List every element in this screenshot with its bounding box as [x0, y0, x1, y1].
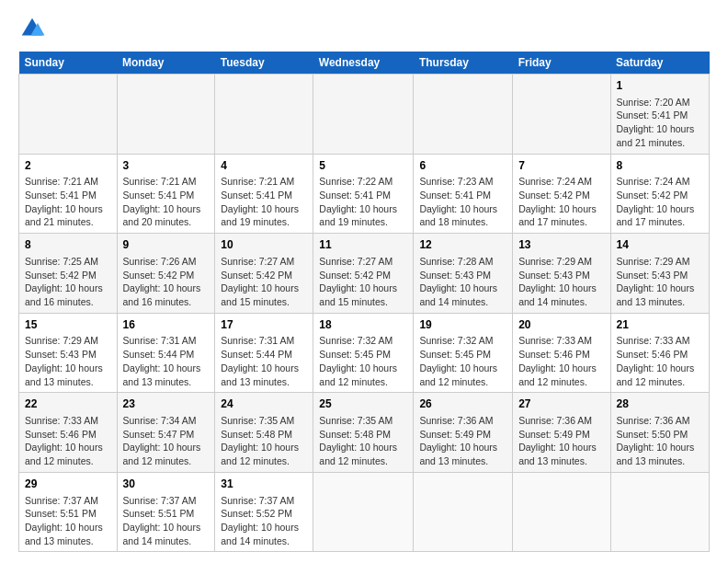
- day-info: Sunrise: 7:20 AM Sunset: 5:41 PM Dayligh…: [617, 96, 703, 150]
- day-info: Sunrise: 7:24 AM Sunset: 5:42 PM Dayligh…: [518, 175, 604, 229]
- day-number: 11: [319, 237, 407, 253]
- week-row: 29Sunrise: 7:37 AM Sunset: 5:51 PM Dayli…: [19, 472, 710, 552]
- day-info: Sunrise: 7:36 AM Sunset: 5:49 PM Dayligh…: [518, 414, 604, 468]
- day-info: Sunrise: 7:34 AM Sunset: 5:47 PM Dayligh…: [123, 414, 210, 468]
- calendar-cell: 31Sunrise: 7:37 AM Sunset: 5:52 PM Dayli…: [215, 472, 313, 552]
- day-number: 26: [419, 396, 506, 412]
- day-info: Sunrise: 7:36 AM Sunset: 5:49 PM Dayligh…: [419, 414, 506, 468]
- day-number: 9: [123, 237, 210, 253]
- col-tuesday: Tuesday: [215, 52, 313, 75]
- week-row: 2Sunrise: 7:21 AM Sunset: 5:41 PM Daylig…: [19, 154, 710, 234]
- day-info: Sunrise: 7:22 AM Sunset: 5:41 PM Dayligh…: [319, 175, 407, 229]
- calendar-cell: [513, 75, 610, 155]
- calendar-cell: 25Sunrise: 7:35 AM Sunset: 5:48 PM Dayli…: [313, 393, 414, 473]
- calendar-cell: 12Sunrise: 7:28 AM Sunset: 5:43 PM Dayli…: [414, 234, 513, 314]
- page: Sunday Monday Tuesday Wednesday Thursday…: [0, 0, 728, 563]
- logo: [18, 15, 48, 42]
- calendar-cell: 6Sunrise: 7:23 AM Sunset: 5:41 PM Daylig…: [414, 154, 513, 234]
- day-number: 15: [25, 317, 111, 333]
- day-info: Sunrise: 7:33 AM Sunset: 5:46 PM Dayligh…: [617, 334, 703, 388]
- day-number: 23: [123, 396, 210, 412]
- calendar-cell: 8Sunrise: 7:24 AM Sunset: 5:42 PM Daylig…: [610, 154, 709, 234]
- day-number: 13: [518, 237, 604, 253]
- day-number: 3: [123, 158, 210, 174]
- day-info: Sunrise: 7:29 AM Sunset: 5:43 PM Dayligh…: [25, 334, 111, 388]
- calendar-cell: 21Sunrise: 7:33 AM Sunset: 5:46 PM Dayli…: [610, 313, 709, 393]
- calendar-cell: [414, 75, 513, 155]
- day-number: 8: [25, 237, 111, 253]
- day-info: Sunrise: 7:37 AM Sunset: 5:51 PM Dayligh…: [25, 494, 111, 548]
- day-info: Sunrise: 7:37 AM Sunset: 5:51 PM Dayligh…: [123, 494, 210, 548]
- day-number: 22: [25, 396, 111, 412]
- day-number: 25: [319, 396, 407, 412]
- col-wednesday: Wednesday: [313, 52, 414, 75]
- calendar-cell: 23Sunrise: 7:34 AM Sunset: 5:47 PM Dayli…: [117, 393, 215, 473]
- day-info: Sunrise: 7:27 AM Sunset: 5:42 PM Dayligh…: [221, 255, 307, 309]
- day-number: 18: [319, 317, 407, 333]
- day-info: Sunrise: 7:27 AM Sunset: 5:42 PM Dayligh…: [319, 255, 407, 309]
- calendar-cell: 3Sunrise: 7:21 AM Sunset: 5:41 PM Daylig…: [117, 154, 215, 234]
- calendar-cell: 18Sunrise: 7:32 AM Sunset: 5:45 PM Dayli…: [313, 313, 414, 393]
- calendar-cell: 17Sunrise: 7:31 AM Sunset: 5:44 PM Dayli…: [215, 313, 313, 393]
- calendar-cell: 7Sunrise: 7:24 AM Sunset: 5:42 PM Daylig…: [513, 154, 610, 234]
- day-info: Sunrise: 7:33 AM Sunset: 5:46 PM Dayligh…: [518, 334, 604, 388]
- day-number: 4: [221, 158, 307, 174]
- col-saturday: Saturday: [610, 52, 709, 75]
- calendar-cell: 15Sunrise: 7:29 AM Sunset: 5:43 PM Dayli…: [19, 313, 118, 393]
- calendar-cell: 8Sunrise: 7:25 AM Sunset: 5:42 PM Daylig…: [19, 234, 118, 314]
- day-info: Sunrise: 7:31 AM Sunset: 5:44 PM Dayligh…: [221, 334, 307, 388]
- day-number: 29: [25, 477, 111, 492]
- day-info: Sunrise: 7:26 AM Sunset: 5:42 PM Dayligh…: [123, 255, 210, 309]
- calendar-cell: 16Sunrise: 7:31 AM Sunset: 5:44 PM Dayli…: [117, 313, 215, 393]
- calendar-cell: 26Sunrise: 7:36 AM Sunset: 5:49 PM Dayli…: [414, 393, 513, 473]
- calendar-cell: [610, 472, 709, 552]
- day-number: 16: [123, 317, 210, 333]
- day-number: 21: [617, 317, 703, 333]
- calendar-cell: 19Sunrise: 7:32 AM Sunset: 5:45 PM Dayli…: [414, 313, 513, 393]
- calendar-cell: 22Sunrise: 7:33 AM Sunset: 5:46 PM Dayli…: [19, 393, 118, 473]
- day-info: Sunrise: 7:24 AM Sunset: 5:42 PM Dayligh…: [617, 175, 703, 229]
- day-number: 2: [25, 158, 111, 174]
- day-number: 5: [319, 158, 407, 174]
- calendar-cell: 28Sunrise: 7:36 AM Sunset: 5:50 PM Dayli…: [610, 393, 709, 473]
- calendar-cell: 11Sunrise: 7:27 AM Sunset: 5:42 PM Dayli…: [313, 234, 414, 314]
- day-info: Sunrise: 7:29 AM Sunset: 5:43 PM Dayligh…: [518, 255, 604, 309]
- day-info: Sunrise: 7:21 AM Sunset: 5:41 PM Dayligh…: [25, 175, 111, 229]
- day-number: 19: [419, 317, 506, 333]
- calendar-cell: [313, 75, 414, 155]
- day-number: 17: [221, 317, 307, 333]
- col-thursday: Thursday: [414, 52, 513, 75]
- day-number: 28: [617, 396, 703, 412]
- day-info: Sunrise: 7:25 AM Sunset: 5:42 PM Dayligh…: [25, 255, 111, 309]
- day-number: 30: [123, 477, 210, 492]
- calendar-cell: [19, 75, 118, 155]
- day-number: 10: [221, 237, 307, 253]
- day-info: Sunrise: 7:28 AM Sunset: 5:43 PM Dayligh…: [419, 255, 506, 309]
- calendar-cell: [215, 75, 313, 155]
- day-number: 12: [419, 237, 506, 253]
- day-info: Sunrise: 7:35 AM Sunset: 5:48 PM Dayligh…: [319, 414, 407, 468]
- calendar-cell: 24Sunrise: 7:35 AM Sunset: 5:48 PM Dayli…: [215, 393, 313, 473]
- day-info: Sunrise: 7:32 AM Sunset: 5:45 PM Dayligh…: [419, 334, 506, 388]
- calendar-cell: 10Sunrise: 7:27 AM Sunset: 5:42 PM Dayli…: [215, 234, 313, 314]
- week-row: 15Sunrise: 7:29 AM Sunset: 5:43 PM Dayli…: [19, 313, 710, 393]
- day-info: Sunrise: 7:21 AM Sunset: 5:41 PM Dayligh…: [221, 175, 307, 229]
- calendar-cell: 2Sunrise: 7:21 AM Sunset: 5:41 PM Daylig…: [19, 154, 118, 234]
- day-info: Sunrise: 7:23 AM Sunset: 5:41 PM Dayligh…: [419, 175, 506, 229]
- day-number: 31: [221, 477, 307, 492]
- day-number: 20: [518, 317, 604, 333]
- calendar-table: Sunday Monday Tuesday Wednesday Thursday…: [18, 52, 710, 552]
- week-row: 1Sunrise: 7:20 AM Sunset: 5:41 PM Daylig…: [19, 75, 710, 155]
- day-info: Sunrise: 7:33 AM Sunset: 5:46 PM Dayligh…: [25, 414, 111, 468]
- day-number: 1: [617, 78, 703, 94]
- day-number: 8: [617, 158, 703, 174]
- calendar-cell: 1Sunrise: 7:20 AM Sunset: 5:41 PM Daylig…: [610, 75, 709, 155]
- calendar-cell: 20Sunrise: 7:33 AM Sunset: 5:46 PM Dayli…: [513, 313, 610, 393]
- calendar-cell: [513, 472, 610, 552]
- day-info: Sunrise: 7:37 AM Sunset: 5:52 PM Dayligh…: [221, 494, 307, 548]
- day-info: Sunrise: 7:21 AM Sunset: 5:41 PM Dayligh…: [123, 175, 210, 229]
- col-monday: Monday: [117, 52, 215, 75]
- day-number: 6: [419, 158, 506, 174]
- calendar-cell: 4Sunrise: 7:21 AM Sunset: 5:41 PM Daylig…: [215, 154, 313, 234]
- col-friday: Friday: [513, 52, 610, 75]
